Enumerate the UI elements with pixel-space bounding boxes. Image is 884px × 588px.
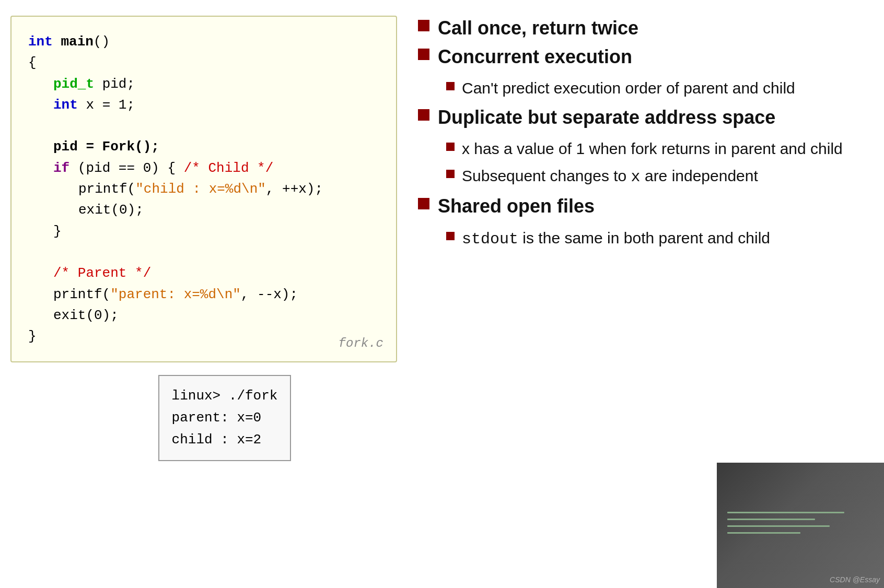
code-line-12: exit(0); bbox=[53, 305, 379, 326]
code-line-8: exit(0); bbox=[78, 199, 379, 220]
right-panel: Call once, return twice Concurrent execu… bbox=[408, 0, 884, 588]
code-line-9: } bbox=[53, 221, 379, 242]
bullet-main-1: Call once, return twice bbox=[418, 16, 868, 41]
terminal-box: linux> ./fork parent: x=0 child : x=2 bbox=[158, 375, 292, 461]
bullet-text-3: Duplicate but separate address space bbox=[438, 105, 775, 131]
bullet-sub-square-3-1 bbox=[446, 143, 455, 151]
code-blank-2 bbox=[28, 242, 379, 263]
bullet-main-3: Duplicate but separate address space bbox=[418, 105, 868, 131]
left-panel: int main() { pid_t pid; int x = 1; pid =… bbox=[0, 0, 408, 588]
bullet-sub-text-3-2: Subsequent changes to x are independent bbox=[462, 164, 758, 189]
camera-overlay: CSDN @Essay bbox=[717, 463, 884, 588]
bullet-text-4: Shared open files bbox=[438, 194, 595, 219]
board-visual bbox=[717, 463, 884, 588]
terminal-line-1: linux> ./fork bbox=[172, 385, 278, 407]
board-line-3 bbox=[727, 525, 830, 527]
bullet-sub-text-2-1: Can't predict execution order of parent … bbox=[462, 77, 795, 100]
bullet-sub-3-2: Subsequent changes to x are independent bbox=[446, 164, 868, 189]
bullet-sub-text-4-1: stdout is the same in both parent and ch… bbox=[462, 227, 770, 251]
bullet-main-2: Concurrent execution bbox=[418, 44, 868, 70]
code-line-4: int x = 1; bbox=[53, 95, 379, 115]
code-line-3: pid_t pid; bbox=[53, 74, 379, 95]
board-line-1 bbox=[727, 512, 844, 513]
bullet-square-1 bbox=[418, 20, 429, 31]
bullet-sub-3-1: x has a value of 1 when fork returns in … bbox=[446, 137, 868, 160]
terminal-line-2: parent: x=0 bbox=[172, 407, 278, 429]
code-line-11: printf("parent: x=%d\n", --x); bbox=[53, 284, 379, 305]
bullet-sub-square-2-1 bbox=[446, 82, 455, 90]
bullet-text-1: Call once, return twice bbox=[438, 16, 638, 41]
code-line-6: if (pid == 0) { /* Child */ bbox=[53, 158, 379, 179]
watermark: CSDN @Essay bbox=[830, 574, 880, 585]
code-filename: fork.c bbox=[339, 334, 383, 353]
bullet-main-4: Shared open files bbox=[418, 194, 868, 219]
code-line-1: int main() bbox=[28, 31, 379, 52]
bullet-sub-text-3-1: x has a value of 1 when fork returns in … bbox=[462, 137, 843, 160]
code-line-10: /* Parent */ bbox=[53, 263, 379, 284]
code-line-13: } bbox=[28, 326, 379, 347]
bullet-square-2 bbox=[418, 49, 429, 60]
board-line-4 bbox=[727, 532, 800, 534]
bullet-sub-square-3-2 bbox=[446, 170, 455, 178]
bullet-sub-4-1: stdout is the same in both parent and ch… bbox=[446, 227, 868, 251]
code-line-7: printf("child : x=%d\n", ++x); bbox=[78, 179, 379, 199]
bullet-square-4 bbox=[418, 198, 429, 209]
bullet-sub-square-4-1 bbox=[446, 232, 455, 240]
bullet-text-2: Concurrent execution bbox=[438, 44, 632, 70]
bullet-square-3 bbox=[418, 109, 429, 121]
code-line-2: { bbox=[28, 52, 379, 73]
code-blank-1 bbox=[28, 115, 379, 136]
code-line-5: pid = Fork(); bbox=[53, 136, 379, 157]
bullet-sub-2-1: Can't predict execution order of parent … bbox=[446, 77, 868, 100]
terminal-line-3: child : x=2 bbox=[172, 429, 278, 451]
board-line-2 bbox=[727, 519, 815, 520]
code-box: int main() { pid_t pid; int x = 1; pid =… bbox=[10, 16, 397, 362]
